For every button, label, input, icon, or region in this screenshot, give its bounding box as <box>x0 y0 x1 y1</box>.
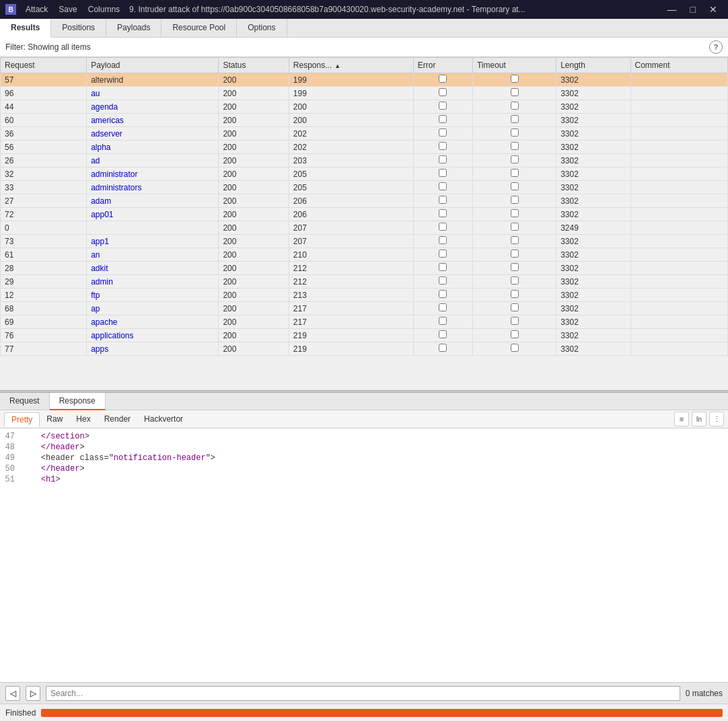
col-response[interactable]: Respons...▲ <box>289 58 413 73</box>
sub-tab-bar: Pretty Raw Hex Render Hackvertor ≡ In ⋮ <box>0 410 728 428</box>
table-row[interactable]: 57alterwind2001993302 <box>1 73 728 87</box>
col-comment[interactable]: Comment <box>630 58 727 73</box>
table-row[interactable]: 33administrators2002053302 <box>1 181 728 194</box>
line-content: </section> <box>22 432 89 441</box>
finished-label: Finished <box>5 708 36 718</box>
tab-payloads[interactable]: Payloads <box>106 19 161 37</box>
code-line: 49 <header class="notification-header"> <box>0 453 728 463</box>
line-number: 50 <box>0 464 22 473</box>
progress-bar <box>41 709 723 717</box>
table-header-row: Request Payload Status Respons...▲ Error… <box>1 58 728 73</box>
sub-tab-raw[interactable]: Raw <box>40 412 69 426</box>
status-bar: ◁ ▷ 0 matches <box>0 682 728 704</box>
table-row[interactable]: 60americas2002003302 <box>1 114 728 127</box>
col-request[interactable]: Request <box>1 58 87 73</box>
code-line: 47 </section> <box>0 431 728 442</box>
col-error[interactable]: Error <box>413 58 472 73</box>
menu-attack[interactable]: Attack <box>22 3 52 15</box>
table-row[interactable]: 32administrator2002053302 <box>1 167 728 181</box>
results-table-container: Request Payload Status Respons...▲ Error… <box>0 57 728 390</box>
line-number: 49 <box>0 453 22 463</box>
table-row[interactable]: 73app12002073302 <box>1 235 728 248</box>
window-controls: — □ ✕ <box>662 3 723 16</box>
sub-tab-icon-group: ≡ In ⋮ <box>674 412 724 426</box>
footer: Finished <box>0 704 728 721</box>
table-row[interactable]: 96au2001993302 <box>1 87 728 100</box>
table-row[interactable]: 72app012002063302 <box>1 208 728 221</box>
bottom-tab-request[interactable]: Request <box>0 393 50 410</box>
table-row[interactable]: 68ap2002173302 <box>1 302 728 315</box>
tab-options[interactable]: Options <box>237 19 287 37</box>
table-row[interactable]: 44agenda2002003302 <box>1 100 728 114</box>
minimize-button[interactable]: — <box>662 3 682 16</box>
back-button[interactable]: ◁ <box>5 686 20 701</box>
table-row[interactable]: 56alpha2002023302 <box>1 141 728 154</box>
window-title: 9. Intruder attack of https://0ab900c304… <box>129 5 656 14</box>
filter-label: Filter: Showing all items <box>5 42 709 52</box>
search-input[interactable] <box>46 686 680 701</box>
tab-results[interactable]: Results <box>0 19 51 38</box>
col-payload[interactable]: Payload <box>87 58 219 73</box>
line-content: </header> <box>22 443 85 452</box>
line-number: 47 <box>0 432 22 441</box>
menu-columns[interactable]: Columns <box>84 3 124 15</box>
in-icon[interactable]: In <box>692 412 706 426</box>
matches-count: 0 matches <box>686 689 723 698</box>
table-row[interactable]: 76applications2002193302 <box>1 329 728 342</box>
table-row[interactable]: 36adserver2002023302 <box>1 127 728 141</box>
list-view-icon[interactable]: ≡ <box>674 412 689 426</box>
menu-icon[interactable]: ⋮ <box>709 412 724 426</box>
progress-fill <box>41 709 723 717</box>
sub-tab-hex[interactable]: Hex <box>69 412 97 426</box>
main-tab-bar: Results Positions Payloads Resource Pool… <box>0 19 728 38</box>
sub-tab-pretty[interactable]: Pretty <box>4 412 40 427</box>
table-row[interactable]: 02002073249 <box>1 221 728 235</box>
filter-help-button[interactable]: ? <box>709 40 723 54</box>
col-status[interactable]: Status <box>219 58 289 73</box>
table-row[interactable]: 12ftp2002133302 <box>1 289 728 302</box>
table-row[interactable]: 69apache2002173302 <box>1 315 728 329</box>
table-row[interactable]: 61an2002103302 <box>1 248 728 262</box>
code-line: 50 </header> <box>0 463 728 474</box>
sub-tab-hackvertor[interactable]: Hackvertor <box>137 412 190 426</box>
bottom-tab-bar: Request Response <box>0 393 728 410</box>
maximize-button[interactable]: □ <box>685 3 701 16</box>
line-content: </header> <box>22 464 85 473</box>
line-number: 48 <box>0 443 22 452</box>
table-row[interactable]: 27adam2002063302 <box>1 194 728 208</box>
close-button[interactable]: ✕ <box>704 3 723 16</box>
bottom-tab-response[interactable]: Response <box>50 393 106 410</box>
bottom-panel: Request Response Pretty Raw Hex Render H… <box>0 393 728 682</box>
table-row[interactable]: 29admin2002123302 <box>1 275 728 289</box>
forward-button[interactable]: ▷ <box>26 686 40 701</box>
code-line: 51 <h1> <box>0 474 728 485</box>
table-row[interactable]: 28adkit2002123302 <box>1 262 728 275</box>
results-table: Request Payload Status Respons...▲ Error… <box>0 57 728 356</box>
menu-bar: Attack Save Columns <box>22 3 124 15</box>
app-icon: B <box>5 4 16 15</box>
code-line: 48 </header> <box>0 442 728 453</box>
sub-tab-render[interactable]: Render <box>98 412 137 426</box>
tab-resource-pool[interactable]: Resource Pool <box>161 19 237 37</box>
table-row[interactable]: 77apps2002193302 <box>1 342 728 356</box>
filter-bar: Filter: Showing all items ? <box>0 38 728 57</box>
code-viewer: 47 </section>48 </header>49 <header clas… <box>0 428 728 682</box>
line-number: 51 <box>0 475 22 484</box>
tab-positions[interactable]: Positions <box>51 19 106 37</box>
col-length[interactable]: Length <box>556 58 630 73</box>
title-bar: B Attack Save Columns 9. Intruder attack… <box>0 0 728 19</box>
table-row[interactable]: 26ad2002033302 <box>1 154 728 167</box>
menu-save[interactable]: Save <box>54 3 81 15</box>
col-timeout[interactable]: Timeout <box>472 58 556 73</box>
line-content: <header class="notification-header"> <box>22 453 215 463</box>
line-content: <h1> <box>22 475 61 484</box>
